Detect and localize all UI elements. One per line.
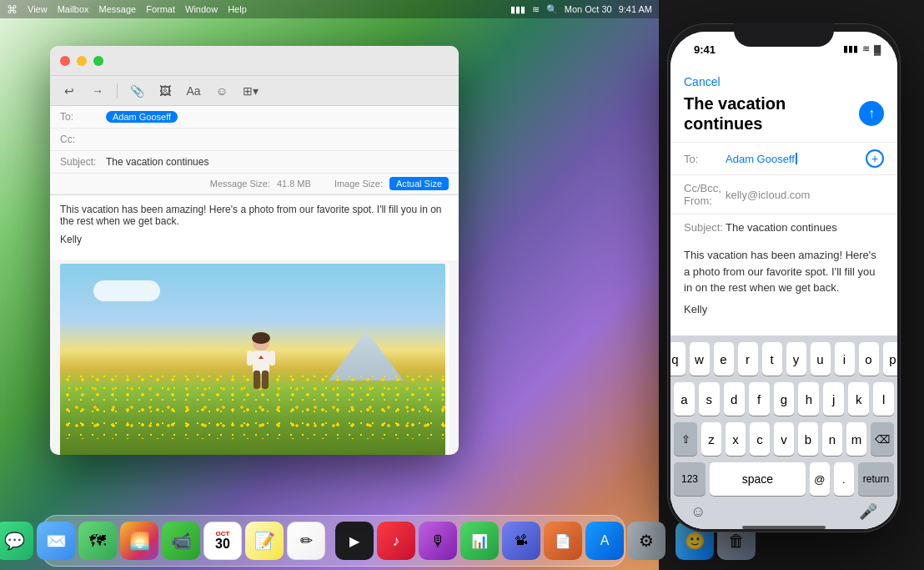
iphone-subject-field[interactable]: Subject: The vacation continues [670,214,897,240]
dock-icon-appstore[interactable]: A [585,522,624,560]
subject-value: The vacation continues [106,156,208,168]
key-y[interactable]: y [786,342,806,376]
emoji-keyboard-icon[interactable]: ☺ [690,503,706,521]
svg-rect-7 [269,351,275,366]
key-f[interactable]: f [749,382,770,416]
dock-icon-appletv[interactable]: ▶ [335,522,374,560]
iphone-cc-value: kelly@icloud.com [726,189,884,201]
key-x[interactable]: x [726,422,746,456]
key-r[interactable]: r [738,342,758,376]
forward-toolbar-icon[interactable]: → [88,82,107,100]
recipient-tag[interactable]: Adam Gooseff [106,111,178,123]
home-indicator [742,526,826,529]
actual-size-button[interactable]: Actual Size [389,177,449,190]
cancel-button[interactable]: Cancel [684,75,884,88]
subject-label: Subject: [60,156,106,168]
key-i[interactable]: i [835,342,855,376]
key-t[interactable]: t [762,342,782,376]
shift-key[interactable]: ⇧ [674,422,697,456]
key-w[interactable]: w [690,342,710,376]
delete-key[interactable]: ⌫ [871,422,894,456]
minimize-button[interactable] [77,56,87,66]
mail-body[interactable]: This vacation has been amazing! Here's a… [50,195,459,260]
key-l[interactable]: l [873,382,894,416]
dock-icon-notes[interactable]: 📝 [245,522,284,560]
cc-field[interactable]: Cc: [50,129,459,151]
iphone-body-text[interactable]: This vacation has been amazing! Here's a… [670,240,897,329]
close-button[interactable] [60,56,70,66]
key-o[interactable]: o [859,342,879,376]
key-m[interactable]: m [846,422,866,456]
dock-icon-numbers[interactable]: 📊 [460,522,499,560]
mic-icon[interactable]: 🎤 [859,502,877,521]
key-s[interactable]: s [699,382,720,416]
dock-icon-calendar[interactable]: OCT 30 [203,522,242,560]
dock-icon-pages[interactable]: 📄 [544,522,582,560]
keyboard-bottom-bar: ☺ 🎤 [674,499,894,522]
key-n[interactable]: n [822,422,842,456]
zoom-button[interactable] [93,56,103,66]
menu-view[interactable]: View [28,4,48,14]
dock-icon-messages[interactable]: 💬 [0,522,33,560]
add-recipient-button[interactable]: + [866,149,884,168]
menu-mailbox[interactable]: Mailbox [58,4,89,14]
menu-bar-time: 9:41 AM [619,4,652,14]
dock-icon-freeform[interactable]: ✏ [287,522,325,560]
photo-icon[interactable]: 🖼 [156,82,174,100]
svg-rect-2 [253,351,269,374]
dock-icon-music[interactable]: ♪ [377,522,415,560]
menu-format[interactable]: Format [146,4,175,14]
dock-icon-facetime[interactable]: 📹 [162,522,200,560]
signature: Kelly [60,234,449,245]
to-field[interactable]: To: Adam Gooseff [50,106,459,129]
dock-icon-systemprefs[interactable]: ⚙ [627,522,665,560]
key-e[interactable]: e [714,342,734,376]
dock-icon-photos[interactable]: 🌅 [120,522,158,560]
back-toolbar-icon[interactable]: ↩ [60,82,78,100]
return-key[interactable]: return [858,462,894,496]
key-v[interactable]: v [774,422,794,456]
iphone-to-field[interactable]: To: Adam Gooseff + [670,142,897,174]
dock-icon-mail[interactable]: ✉️ [37,522,75,560]
menu-message[interactable]: Message [99,4,137,14]
key-z[interactable]: z [701,422,721,456]
key-b[interactable]: b [798,422,818,456]
key-d[interactable]: d [724,382,745,416]
key-p[interactable]: p [883,342,898,376]
menu-bar-search-icon[interactable]: 🔍 [546,4,558,15]
iphone-cc-field[interactable]: Cc/Bcc, From: kelly@icloud.com [670,174,897,214]
keyboard-row-2: a s d f g h j k l [674,382,894,416]
text-cursor [796,153,797,164]
menu-help[interactable]: Help [228,4,247,14]
dock-icon-maps[interactable]: 🗺 [78,522,117,560]
iphone: 9:41 ▮▮▮ ≋ ▓ Cancel The vacation continu… [667,23,901,532]
key-u[interactable]: u [811,342,831,376]
key-g[interactable]: g [774,382,795,416]
send-button[interactable] [859,101,884,126]
dock-icon-podcasts[interactable]: 🎙 [419,522,457,560]
apple-menu[interactable]: ⌘ [7,3,18,16]
at-key[interactable]: @ [810,462,830,496]
key-h[interactable]: h [798,382,819,416]
space-key[interactable]: space [710,462,806,496]
key-k[interactable]: k [848,382,869,416]
subject-field[interactable]: Subject: The vacation continues [50,151,459,174]
menu-window[interactable]: Window [185,4,218,14]
more-icon[interactable]: ⊞▾ [241,82,259,100]
emoji-icon[interactable]: ☺ [213,82,231,100]
attachment-icon[interactable]: 📎 [128,82,146,100]
iphone-screen: 9:41 ▮▮▮ ≋ ▓ Cancel The vacation continu… [670,32,897,529]
menu-bar-date: Mon Oct 30 [565,4,612,14]
message-size-value: 41.8 MB [277,179,311,189]
numbers-key[interactable]: 123 [674,462,706,496]
key-c[interactable]: c [750,422,770,456]
message-size-row: Message Size: 41.8 MB Image Size: Actual… [50,174,459,194]
key-q[interactable]: q [670,342,685,376]
period-key[interactable]: . [834,462,854,496]
iphone-signature: Kelly [684,301,884,318]
key-j[interactable]: j [823,382,844,416]
key-a[interactable]: a [674,382,695,416]
dock-icon-keynote[interactable]: 📽 [502,522,540,560]
format-icon[interactable]: Aa [184,82,203,100]
menu-bar: ⌘ View Mailbox Message Format Window Hel… [0,0,659,18]
